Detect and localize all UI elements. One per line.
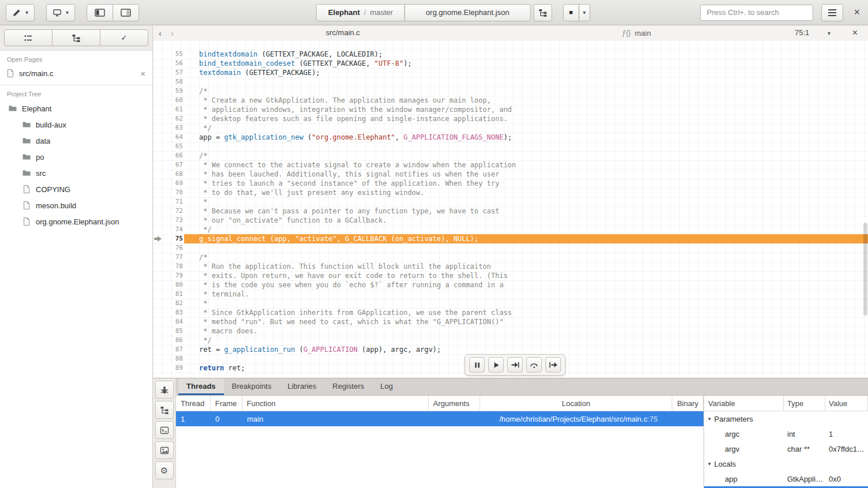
breakpoint-margin[interactable]: [153, 50, 167, 59]
menu-button[interactable]: [821, 4, 843, 21]
breakpoint-margin[interactable]: [153, 151, 167, 160]
project-branch-button[interactable]: Elephant / master: [316, 4, 405, 21]
breakpoint-margin[interactable]: [153, 354, 167, 363]
code-line-85[interactable]: 85 * macro does.: [153, 326, 868, 336]
breakpoint-margin[interactable]: [153, 290, 167, 299]
breakpoint-margin[interactable]: [153, 59, 167, 68]
breakpoint-margin[interactable]: [153, 308, 167, 317]
breakpoint-margin[interactable]: [153, 160, 167, 170]
code-line-77[interactable]: 77/*: [153, 253, 868, 262]
panel-tab-libraries[interactable]: Libraries: [279, 378, 324, 395]
breakpoint-margin[interactable]: [153, 170, 167, 179]
build-pipeline-panel-button[interactable]: [155, 401, 174, 419]
breakpoint-margin[interactable]: [153, 68, 167, 77]
variable-row-argc[interactable]: argcint1: [704, 426, 868, 441]
code-line-83[interactable]: 83 * Since GtkApplication inherits from …: [153, 308, 868, 317]
variable-group-locals[interactable]: ▾Locals: [704, 456, 868, 471]
tree-item-meson.build[interactable]: meson.build: [0, 197, 152, 213]
build-config-button[interactable]: org.gnome.Elephant.json: [405, 4, 531, 21]
code-line-82[interactable]: 82 *: [153, 299, 868, 308]
tree-item-build-aux[interactable]: build-aux: [0, 117, 152, 133]
code-line-69[interactable]: 69 * tries to launch a "second instance"…: [153, 179, 868, 188]
code-line-86[interactable]: 86 */: [153, 336, 868, 345]
column-header-thread[interactable]: Thread: [176, 396, 211, 411]
breakpoint-margin[interactable]: [153, 216, 167, 225]
code-line-84[interactable]: 84 * method "run". But we need to cast, …: [153, 317, 868, 326]
editor-options-button[interactable]: ▾: [824, 25, 834, 40]
code-line-64[interactable]: 64app = gtk_application_new ("org.gnome.…: [153, 133, 868, 142]
editor-close-button[interactable]: ×: [849, 25, 861, 40]
window-close-button[interactable]: ×: [851, 6, 862, 18]
tree-item-COPYING[interactable]: COPYING: [0, 181, 152, 197]
tree-item-data[interactable]: data: [0, 133, 152, 149]
code-line-56[interactable]: 56bind_textdomain_codeset (GETTEXT_PACKA…: [153, 59, 868, 68]
code-line-63[interactable]: 63 */: [153, 123, 868, 133]
breakpoint-margin[interactable]: [153, 114, 167, 123]
breakpoint-margin[interactable]: [153, 280, 167, 290]
breakpoint-margin[interactable]: [153, 105, 167, 114]
panel-tab-threads[interactable]: Threads: [178, 378, 224, 395]
terminal-panel-button[interactable]: [155, 421, 174, 439]
code-line-62[interactable]: 62 * desktop features such as file openi…: [153, 114, 868, 123]
breakpoint-margin[interactable]: [153, 345, 167, 354]
sidebar-view-tree-button[interactable]: [52, 29, 100, 46]
step-in-button[interactable]: [507, 357, 523, 373]
breakpoint-margin[interactable]: [153, 123, 167, 133]
breakpoint-margin[interactable]: [153, 87, 167, 96]
editor-mode-button[interactable]: ▾: [6, 4, 35, 21]
code-line-74[interactable]: 74 */: [153, 225, 868, 234]
thread-row[interactable]: 10main/home/christian/Projects/Elephant/…: [176, 411, 704, 426]
code-line-61[interactable]: 61 * application windows, integration wi…: [153, 105, 868, 114]
documentation-panel-button[interactable]: [155, 441, 174, 459]
tree-item-org.gnome.Elephant.json[interactable]: org.gnome.Elephant.json: [0, 213, 152, 230]
code-line-71[interactable]: 71 *: [153, 197, 868, 207]
function-context[interactable]: ƒ{} main: [622, 25, 651, 40]
breakpoint-margin[interactable]: [153, 363, 167, 373]
device-selector-button[interactable]: ▾: [46, 4, 75, 21]
breakpoint-margin[interactable]: [153, 326, 167, 336]
breakpoint-margin[interactable]: [153, 133, 167, 142]
column-header-frame[interactable]: Frame: [211, 396, 242, 411]
breakpoint-margin[interactable]: [153, 207, 167, 216]
breakpoint-margin[interactable]: [153, 262, 167, 271]
breakpoint-margin[interactable]: [153, 299, 167, 308]
code-line-81[interactable]: 81 * terminal.: [153, 290, 868, 299]
column-header-binary[interactable]: Binary: [672, 396, 704, 411]
column-header-function[interactable]: Function: [242, 396, 429, 411]
column-header-variable[interactable]: Variable: [704, 396, 784, 411]
column-header-type[interactable]: Type: [784, 396, 825, 411]
tree-item-Elephant[interactable]: Elephant: [0, 100, 152, 117]
expander-down-icon[interactable]: ▾: [708, 416, 711, 422]
panel-tab-breakpoints[interactable]: Breakpoints: [224, 378, 280, 395]
run-options-button[interactable]: ▾: [578, 4, 590, 21]
code-line-78[interactable]: 78 * Run the application. This function …: [153, 262, 868, 271]
breakpoint-margin[interactable]: [153, 336, 167, 345]
code-line-66[interactable]: 66/*: [153, 151, 868, 160]
tree-item-po[interactable]: po: [0, 149, 152, 165]
breakpoint-margin[interactable]: [153, 271, 167, 280]
variable-row-argv[interactable]: argvchar **0x7ffdc1…: [704, 441, 868, 456]
code-line-59[interactable]: 59/*: [153, 87, 868, 96]
breakpoint-margin[interactable]: [153, 234, 167, 243]
breakpoint-margin[interactable]: [153, 243, 167, 253]
code-line-67[interactable]: 67 * We connect to the activate signal t…: [153, 160, 868, 170]
breakpoint-margin[interactable]: [153, 188, 167, 197]
variable-group-parameters[interactable]: ▾Parameters: [704, 411, 868, 426]
global-search-input[interactable]: [700, 5, 813, 21]
variable-row-app[interactable]: appGtkAppli…0x0: [704, 471, 868, 486]
breakpoint-margin[interactable]: [153, 77, 167, 87]
tree-item-src[interactable]: src: [0, 165, 152, 181]
expander-down-icon[interactable]: ▾: [708, 461, 711, 467]
breakpoint-margin[interactable]: [153, 317, 167, 326]
source-view[interactable]: 55bindtextdomain (GETTEXT_PACKAGE, LOCAL…: [153, 40, 868, 378]
code-line-87[interactable]: 87ret = g_application_run (G_APPLICATION…: [153, 345, 868, 354]
code-line-72[interactable]: 72 * Because we can't pass a pointer to …: [153, 207, 868, 216]
code-line-55[interactable]: 55bindtextdomain (GETTEXT_PACKAGE, LOCAL…: [153, 50, 868, 59]
breakpoint-margin[interactable]: [153, 197, 167, 207]
code-line-60[interactable]: 60 * Create a new GtkApplication. The ap…: [153, 96, 868, 105]
panel-tab-log[interactable]: Log: [372, 378, 401, 395]
code-line-75[interactable]: 75g_signal_connect (app, "activate", G_C…: [153, 234, 868, 243]
breakpoint-margin[interactable]: [153, 96, 167, 105]
code-line-79[interactable]: 79 * exits. Upon return, we have our exi…: [153, 271, 868, 280]
debugger-panel-button[interactable]: [155, 381, 174, 399]
